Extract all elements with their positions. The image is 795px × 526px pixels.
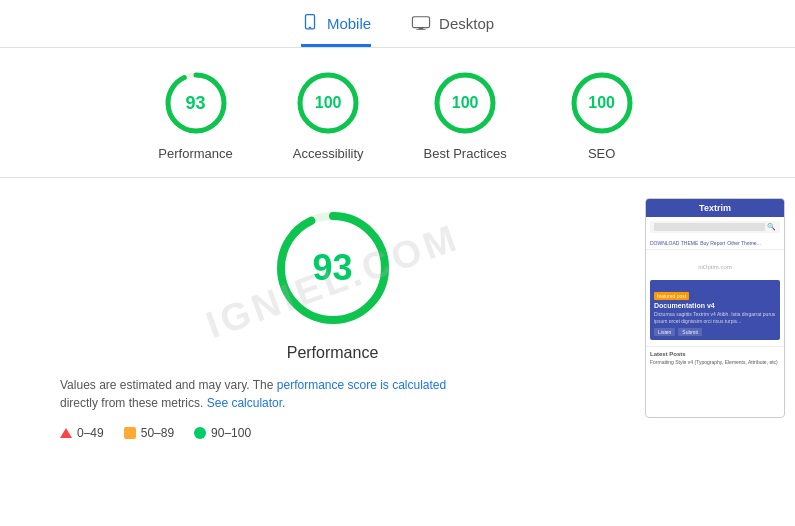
svg-rect-1 (309, 27, 312, 28)
pass-icon (194, 427, 206, 439)
mobile-icon (301, 14, 319, 32)
tabs-bar: Mobile Desktop (0, 0, 795, 48)
big-circle-performance: 93 (273, 208, 393, 328)
svg-rect-0 (305, 15, 314, 29)
tab-desktop[interactable]: Desktop (411, 15, 494, 47)
score-accessibility: 100 Accessibility (293, 68, 364, 161)
tab-mobile-label: Mobile (327, 15, 371, 32)
score-accessibility-value: 100 (315, 94, 342, 112)
score-performance-value: 93 (186, 93, 206, 114)
main-performance-title: Performance (60, 344, 605, 362)
ss-footer: Latest Posts Formatting Style v4 (Typogr… (646, 346, 784, 369)
score-seo: 100 SEO (567, 68, 637, 161)
circle-performance: 93 (161, 68, 231, 138)
circle-best-practices: 100 (430, 68, 500, 138)
legend-fail-range: 0–49 (77, 426, 104, 440)
svg-rect-3 (419, 28, 424, 30)
score-performance-label: Performance (158, 146, 232, 161)
score-best-practices: 100 Best Practices (424, 68, 507, 161)
tab-mobile[interactable]: Mobile (301, 14, 371, 47)
score-best-practices-value: 100 (452, 94, 479, 112)
note-text-part2: directly from these metrics. (60, 396, 203, 410)
left-panel: 93 Performance Values are estimated and … (0, 178, 635, 526)
calculator-link[interactable]: See calculator (207, 396, 282, 410)
ss-nav-other: Other Theme... (727, 240, 761, 246)
ss-card-btns: Listen Submit (654, 328, 776, 336)
legend: 0–49 50–89 90–100 (60, 426, 605, 440)
ss-card-badge: featured post (654, 292, 689, 300)
ss-nav: DOWNLOAD THEME Buy Report Other Theme... (646, 237, 784, 250)
ss-header: Textrim (646, 199, 784, 217)
right-panel: Textrim 🔍 DOWNLOAD THEME Buy Report Othe… (635, 178, 795, 526)
score-performance: 93 Performance (158, 68, 232, 161)
ss-body: inOptim.com featured post Documentation … (646, 250, 784, 344)
ss-card: featured post Documentation v4 Dictumsa … (650, 280, 780, 340)
main-area: 93 Performance Values are estimated and … (0, 178, 795, 526)
ss-search: 🔍 (650, 221, 780, 233)
legend-pass-range: 90–100 (211, 426, 251, 440)
ss-placeholder: inOptim.com (650, 264, 780, 270)
legend-average: 50–89 (124, 426, 174, 440)
svg-rect-4 (416, 29, 425, 30)
legend-pass: 90–100 (194, 426, 251, 440)
ss-card-btn1: Listen (654, 328, 675, 336)
ss-search-icon: 🔍 (767, 223, 776, 231)
legend-average-range: 50–89 (141, 426, 174, 440)
ss-card-title: Documentation v4 (654, 302, 776, 309)
circle-accessibility: 100 (293, 68, 363, 138)
ss-nav-buy: Buy Report (700, 240, 725, 246)
desktop-icon (411, 16, 431, 30)
note-text-part1: Values are estimated and may vary. The (60, 378, 273, 392)
svg-rect-2 (413, 17, 430, 28)
average-icon (124, 427, 136, 439)
period: . (282, 396, 285, 410)
ss-search-bar (654, 223, 765, 231)
ss-footer-label: Latest Posts (650, 351, 780, 357)
score-seo-value: 100 (588, 94, 615, 112)
score-row: 93 Performance 100 Accessibility 1 (0, 48, 795, 178)
score-seo-label: SEO (588, 146, 615, 161)
circle-seo: 100 (567, 68, 637, 138)
ss-card-text: Dictumsa sagittis Textrim v4 Atibh. Isti… (654, 311, 776, 325)
score-accessibility-label: Accessibility (293, 146, 364, 161)
screenshot-box: Textrim 🔍 DOWNLOAD THEME Buy Report Othe… (645, 198, 785, 418)
score-best-practices-label: Best Practices (424, 146, 507, 161)
ss-card-btn2: Submit (678, 328, 702, 336)
ss-footer-item: Formatting Style v4 (Typography, Element… (650, 359, 780, 365)
perf-score-link[interactable]: performance score is calculated (277, 378, 446, 392)
tab-desktop-label: Desktop (439, 15, 494, 32)
fail-icon (60, 428, 72, 438)
big-score-value: 93 (312, 247, 352, 289)
legend-fail: 0–49 (60, 426, 104, 440)
main-note: Values are estimated and may vary. The p… (60, 376, 605, 412)
ss-nav-download: DOWNLOAD THEME (650, 240, 698, 246)
